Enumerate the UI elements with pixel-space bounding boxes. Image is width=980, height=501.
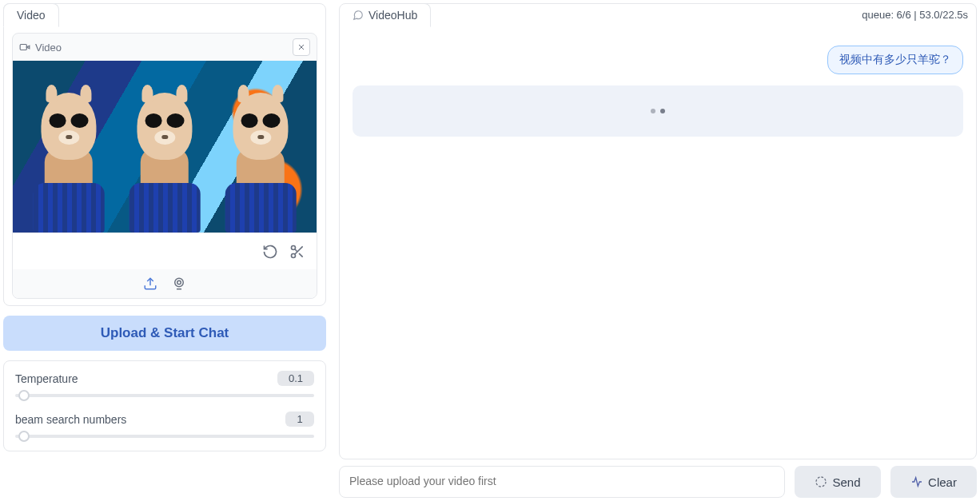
- undo-icon[interactable]: [262, 244, 278, 260]
- chat-panel: VideoHub queue: 6/6 | 53.0/22.5s 视频中有多少只…: [339, 3, 977, 459]
- temperature-value: 0.1: [277, 371, 314, 386]
- message-input[interactable]: [339, 466, 785, 498]
- beam-slider-thumb[interactable]: [18, 431, 30, 442]
- temperature-slider[interactable]: [15, 394, 314, 397]
- cut-icon[interactable]: [289, 244, 305, 260]
- clear-button[interactable]: Clear: [890, 466, 977, 498]
- close-button[interactable]: [293, 38, 310, 56]
- video-upload-box: Video: [12, 33, 317, 299]
- temperature-slider-thumb[interactable]: [18, 390, 30, 401]
- queue-status: queue: 6/6 | 53.0/22.5s: [862, 9, 968, 21]
- video-icon: [19, 42, 30, 53]
- upload-start-chat-button[interactable]: Upload & Start Chat: [3, 316, 326, 351]
- params-panel: Temperature 0.1 beam search numbers 1: [3, 360, 326, 451]
- svg-point-2: [292, 253, 296, 257]
- beam-value: 1: [285, 412, 314, 427]
- typing-indicator-icon: [651, 109, 665, 113]
- chat-body: 视频中有多少只羊驼？: [340, 33, 976, 327]
- send-icon: [815, 475, 827, 488]
- temperature-label: Temperature: [15, 372, 78, 385]
- chat-icon: [353, 10, 364, 21]
- beam-slider[interactable]: [15, 435, 314, 438]
- svg-point-4: [177, 280, 181, 284]
- video-box-label: Video: [35, 42, 62, 54]
- tab-chatbot[interactable]: VideoHub: [339, 3, 431, 27]
- svg-point-3: [175, 278, 184, 287]
- bot-typing: [353, 85, 963, 137]
- webcam-icon[interactable]: [172, 276, 186, 291]
- svg-point-5: [816, 477, 826, 487]
- video-preview[interactable]: [13, 61, 317, 233]
- svg-point-1: [292, 245, 296, 249]
- send-button[interactable]: Send: [795, 466, 881, 498]
- tab-video[interactable]: Video: [3, 3, 59, 27]
- send-button-label: Send: [832, 475, 860, 489]
- tab-chatbot-label: VideoHub: [368, 9, 417, 22]
- clear-icon: [910, 475, 923, 488]
- upload-icon[interactable]: [143, 276, 157, 291]
- clear-button-label: Clear: [928, 475, 957, 489]
- video-panel: Video Video: [3, 3, 326, 306]
- user-message: 视频中有多少只羊驼？: [827, 46, 963, 74]
- beam-label: beam search numbers: [15, 413, 126, 426]
